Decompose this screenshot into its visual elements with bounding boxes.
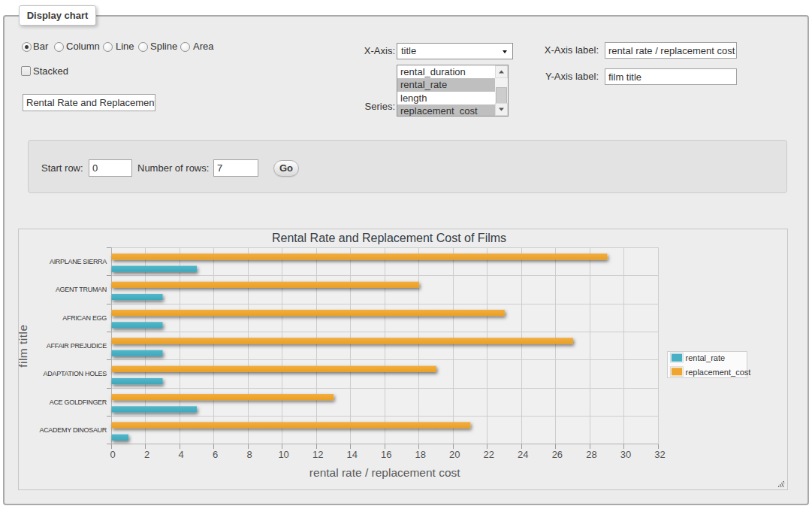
svg-text:6: 6 [213, 449, 218, 460]
svg-text:28: 28 [586, 449, 596, 460]
svg-text:AFFAIR PREJUDICE: AFFAIR PREJUDICE [47, 342, 107, 350]
svg-text:12: 12 [312, 449, 323, 460]
svg-text:film title: film title [19, 324, 29, 368]
svg-text:18: 18 [415, 449, 426, 460]
svg-text:replacement_cost: replacement_cost [686, 368, 751, 377]
svg-text:24: 24 [518, 449, 528, 460]
svg-text:rental rate / replacement cost: rental rate / replacement cost [309, 466, 460, 479]
svg-text:8: 8 [246, 449, 252, 460]
svg-text:Rental Rate and Replacement Co: Rental Rate and Replacement Cost of Film… [272, 232, 506, 244]
svg-text:22: 22 [484, 449, 494, 460]
svg-text:26: 26 [552, 449, 563, 460]
svg-text:rental_rate: rental_rate [686, 353, 726, 362]
svg-text:4: 4 [178, 449, 183, 460]
svg-text:30: 30 [620, 449, 631, 460]
svg-text:ACE GOLDFINGER: ACE GOLDFINGER [50, 398, 107, 406]
svg-text:AFRICAN EGG: AFRICAN EGG [62, 314, 107, 322]
svg-text:14: 14 [346, 449, 357, 460]
svg-text:ACADEMY DINOSAUR: ACADEMY DINOSAUR [39, 426, 107, 434]
svg-text:20: 20 [449, 449, 460, 460]
svg-text:16: 16 [381, 449, 391, 460]
svg-text:0: 0 [110, 449, 115, 460]
svg-text:2: 2 [144, 449, 149, 460]
svg-text:10: 10 [278, 449, 288, 460]
svg-text:32: 32 [654, 449, 665, 460]
svg-text:AIRPLANE SIERRA: AIRPLANE SIERRA [50, 258, 107, 265]
svg-text:ADAPTATION HOLES: ADAPTATION HOLES [44, 370, 107, 377]
svg-text:AGENT TRUMAN: AGENT TRUMAN [56, 286, 107, 293]
